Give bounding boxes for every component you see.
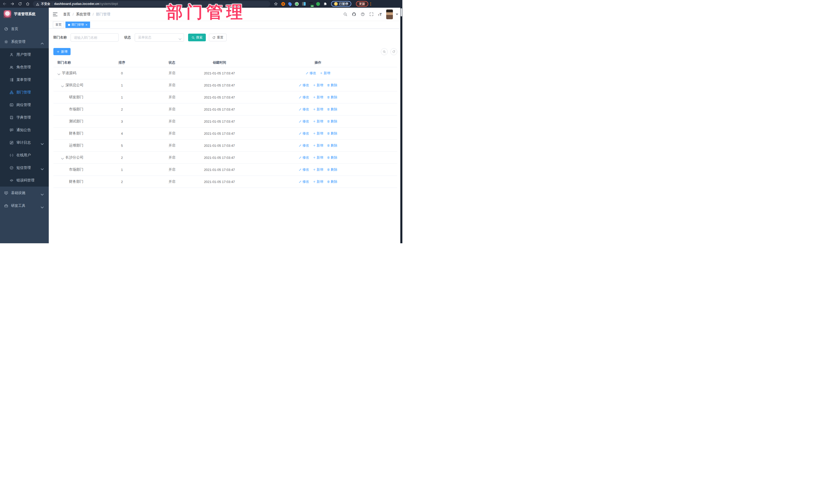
row-action-delete[interactable]: 删除 bbox=[327, 143, 337, 148]
row-action-add[interactable]: 新增 bbox=[313, 179, 323, 184]
help-icon[interactable] bbox=[360, 12, 365, 17]
profile-paused-chip[interactable]: 已暂停 bbox=[331, 1, 351, 7]
reset-button[interactable]: 重置 bbox=[209, 34, 226, 41]
extensions-puzzle-icon[interactable] bbox=[323, 2, 327, 6]
refresh-table-button[interactable] bbox=[390, 48, 397, 55]
row-action-delete[interactable]: 删除 bbox=[327, 95, 337, 100]
bookmark-star-icon[interactable] bbox=[274, 2, 278, 6]
header-search-icon[interactable] bbox=[343, 12, 348, 17]
extension-grid-icon[interactable] bbox=[302, 2, 306, 6]
sidebar-item-audit[interactable]: 审计日志 bbox=[0, 136, 49, 149]
row-action-edit[interactable]: 修改 bbox=[299, 119, 309, 124]
browser-forward-icon[interactable] bbox=[10, 2, 14, 6]
row-action-delete[interactable]: 删除 bbox=[327, 155, 337, 160]
delete-icon bbox=[327, 120, 330, 123]
row-action-edit[interactable]: 修改 bbox=[299, 131, 309, 136]
row-action-delete[interactable]: 删除 bbox=[327, 107, 337, 112]
sidebar-item-errcode[interactable]: 错误码管理 bbox=[0, 174, 49, 187]
sidebar-item-post[interactable]: 岗位管理 bbox=[0, 98, 49, 111]
row-action-add[interactable]: 新增 bbox=[313, 119, 323, 124]
avatar-caret-icon[interactable] bbox=[396, 14, 398, 15]
sidebar-item-dict[interactable]: 字典管理 bbox=[0, 111, 49, 124]
row-action-add[interactable]: 新增 bbox=[313, 143, 323, 148]
search-button[interactable]: 搜索 bbox=[188, 34, 206, 41]
github-icon[interactable] bbox=[352, 12, 356, 17]
row-action-edit[interactable]: 修改 bbox=[299, 95, 309, 100]
status-cell: 开启 bbox=[144, 131, 200, 136]
status-cell: 开启 bbox=[144, 107, 200, 112]
sidebar-item-infra[interactable]: 基础设施 bbox=[0, 187, 49, 199]
breadcrumb-home[interactable]: 首页 bbox=[63, 12, 70, 17]
row-action-delete[interactable]: 删除 bbox=[327, 119, 337, 124]
row-action-add[interactable]: 新增 bbox=[313, 131, 323, 136]
row-action-add[interactable]: 新增 bbox=[320, 71, 330, 75]
font-size-icon[interactable]: TT bbox=[378, 12, 382, 17]
audit-icon bbox=[9, 140, 14, 145]
expand-caret-icon[interactable] bbox=[58, 72, 61, 74]
fullscreen-icon[interactable] bbox=[369, 12, 374, 17]
sidebar-item-role[interactable]: 角色管理 bbox=[0, 61, 49, 73]
edit-icon bbox=[306, 72, 309, 75]
page-scrollbar[interactable] bbox=[400, 8, 402, 243]
row-action-add[interactable]: 新增 bbox=[313, 95, 323, 100]
extension-check-icon[interactable]: V bbox=[295, 2, 299, 6]
dept-name-input[interactable] bbox=[70, 34, 118, 42]
status-select[interactable]: 菜单状态 bbox=[135, 34, 184, 42]
row-action-add[interactable]: 新增 bbox=[313, 83, 323, 88]
dept-name-cell: 财务部门 bbox=[69, 131, 83, 136]
sidebar-item-online[interactable]: 在线用户 bbox=[0, 149, 49, 161]
row-action-edit[interactable]: 修改 bbox=[299, 107, 309, 112]
row-action-delete[interactable]: 删除 bbox=[327, 131, 337, 136]
table-row: 测试部门 3 开启 2021-01-05 17:03:47 修改新增删除 bbox=[53, 115, 397, 128]
table-row: 市场部门 1 开启 2021-01-05 17:03:47 修改新增删除 bbox=[53, 164, 397, 176]
browser-back-icon[interactable] bbox=[3, 2, 7, 6]
sidebar-item-menu[interactable]: 菜单管理 bbox=[0, 73, 49, 86]
row-action-edit[interactable]: 修改 bbox=[299, 167, 309, 172]
row-action-edit[interactable]: 修改 bbox=[299, 155, 309, 160]
row-action-edit[interactable]: 修改 bbox=[299, 83, 309, 88]
created-cell: 2021-01-05 17:03:47 bbox=[200, 119, 239, 124]
browser-menu-icon[interactable] bbox=[370, 2, 371, 6]
sidebar-item-tools[interactable]: 研发工具 bbox=[0, 199, 49, 212]
add-icon bbox=[313, 96, 316, 99]
col-header-action: 操作 bbox=[239, 60, 397, 65]
row-action-add[interactable]: 新增 bbox=[313, 107, 323, 112]
row-action-delete[interactable]: 删除 bbox=[327, 179, 337, 184]
row-action-add[interactable]: 新增 bbox=[313, 167, 323, 172]
browser-home-icon[interactable] bbox=[26, 2, 30, 6]
add-button[interactable]: 新增 bbox=[53, 48, 70, 55]
sidebar-item-user[interactable]: 用户管理 bbox=[0, 48, 49, 61]
extension-person-icon[interactable] bbox=[316, 2, 320, 6]
row-action-edit[interactable]: 修改 bbox=[299, 143, 309, 148]
extension-tabs-icon[interactable]: on bbox=[309, 2, 313, 6]
sidebar-toggle-icon[interactable] bbox=[53, 13, 58, 16]
filter-form: 部门名称 状态 菜单状态 搜索 重置 bbox=[53, 34, 397, 42]
browser-reload-icon[interactable] bbox=[18, 2, 22, 6]
sidebar-item-home[interactable]: 首页 bbox=[0, 23, 49, 36]
row-action-edit[interactable]: 修改 bbox=[299, 179, 309, 184]
user-avatar[interactable] bbox=[386, 9, 393, 19]
browser-update-button[interactable]: 更新 bbox=[356, 1, 368, 7]
security-label[interactable]: 不安全 bbox=[41, 2, 50, 6]
sidebar-logo-row[interactable]: 芋道管理系统 bbox=[0, 8, 49, 21]
breadcrumb-system[interactable]: 系统管理 bbox=[76, 12, 90, 17]
extension-orange-icon[interactable] bbox=[281, 2, 285, 6]
row-action-edit[interactable]: 修改 bbox=[306, 71, 316, 75]
row-actions: 修改新增删除 bbox=[239, 119, 397, 124]
row-action-delete[interactable]: 删除 bbox=[327, 167, 337, 172]
scrollbar-thumb[interactable] bbox=[400, 8, 402, 17]
row-action-add[interactable]: 新增 bbox=[313, 155, 323, 160]
expand-caret-icon[interactable] bbox=[61, 156, 65, 159]
sort-cell: 0 bbox=[100, 71, 144, 75]
sidebar-item-system[interactable]: 系统管理 bbox=[0, 36, 49, 48]
show-search-toggle-button[interactable] bbox=[381, 48, 388, 55]
row-action-delete[interactable]: 删除 bbox=[327, 83, 337, 88]
expand-caret-icon[interactable] bbox=[61, 84, 65, 86]
sidebar-item-dept[interactable]: 部门管理 bbox=[0, 86, 49, 98]
tab-dept-active[interactable]: 部门管理 × bbox=[65, 22, 90, 28]
tab-home[interactable]: 首页 bbox=[53, 22, 64, 28]
extension-drop-icon[interactable] bbox=[287, 1, 292, 6]
sidebar-item-notice[interactable]: 通知公告 bbox=[0, 124, 49, 136]
sidebar-item-sms[interactable]: 短信管理 bbox=[0, 161, 49, 174]
tab-close-icon[interactable]: × bbox=[85, 23, 88, 26]
